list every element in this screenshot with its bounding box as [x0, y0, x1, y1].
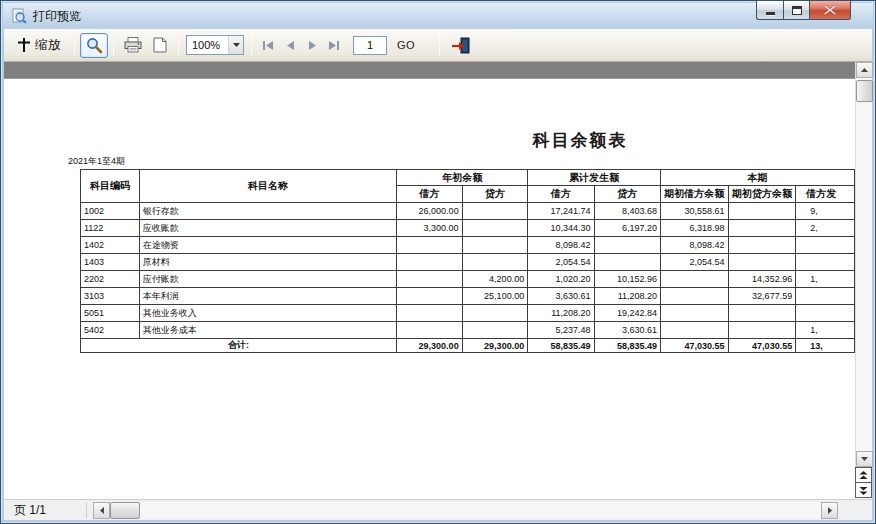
cell-period-debit-partial: 9, — [796, 203, 855, 220]
cell-yearbegin-debit — [397, 305, 463, 322]
horizontal-scroll-thumb[interactable] — [110, 502, 140, 519]
zoom-percent-select[interactable]: 100% — [186, 35, 244, 55]
cell-period-debit-partial: 2, — [796, 220, 855, 237]
cell-cumulative-credit: 10,152.96 — [594, 271, 660, 288]
cell-account-code: 1122 — [81, 220, 140, 237]
table-row: 1122应收账款3,300.0010,344.306,197.206,318.9… — [81, 220, 855, 237]
last-page-button[interactable] — [323, 34, 345, 56]
close-button[interactable] — [810, 1, 851, 20]
toolbar-separator — [251, 34, 252, 56]
total-cell-yearbegin-debit: 29,300.00 — [397, 339, 463, 353]
page-icon — [153, 37, 167, 53]
table-total-row: 合计:29,300.0029,300.0058,835.4958,835.494… — [81, 339, 855, 353]
cell-opening-debit: 30,558.61 — [661, 203, 729, 220]
maximize-button[interactable] — [783, 1, 810, 20]
toolbar-separator — [439, 34, 440, 56]
page-setup-button[interactable] — [147, 33, 173, 58]
toolbar: 缩放 100% — [4, 29, 872, 62]
exit-door-icon — [451, 37, 470, 54]
minimize-icon — [766, 12, 775, 15]
total-label: 合计: — [81, 339, 397, 353]
cell-opening-credit — [728, 254, 796, 271]
cell-opening-debit — [661, 271, 729, 288]
zoom-mode-button[interactable]: 缩放 — [10, 33, 69, 58]
magnifier-icon — [86, 37, 103, 54]
scroll-right-button[interactable] — [821, 502, 838, 519]
cell-opening-debit: 8,098.42 — [661, 237, 729, 254]
header-opening-debit-balance: 期初借方余额 — [661, 186, 729, 203]
first-page-icon — [262, 41, 274, 50]
previous-page-icon — [286, 41, 295, 50]
first-page-button[interactable] — [257, 34, 279, 56]
cell-opening-debit: 2,054.54 — [661, 254, 729, 271]
arrow-left-icon — [100, 507, 104, 514]
total-cell-cumulative-credit: 58,835.49 — [594, 339, 660, 353]
scroll-left-button[interactable] — [93, 502, 110, 519]
cell-account-code: 3103 — [81, 288, 140, 305]
cell-yearbegin-debit — [397, 254, 463, 271]
vertical-scroll-thumb[interactable] — [856, 80, 873, 102]
arrow-up-icon — [861, 68, 868, 72]
previous-page-jump-button[interactable] — [855, 467, 872, 483]
zoom-button-label: 缩放 — [35, 36, 61, 54]
cell-account-name: 应收账款 — [139, 220, 396, 237]
previous-page-button[interactable] — [279, 34, 301, 56]
cell-period-debit-partial — [796, 305, 855, 322]
cell-yearbegin-credit: 4,200.00 — [462, 271, 528, 288]
last-page-icon — [328, 41, 340, 50]
next-page-button[interactable] — [301, 34, 323, 56]
cell-account-code: 5051 — [81, 305, 140, 322]
next-page-jump-button[interactable] — [855, 482, 872, 498]
cell-cumulative-credit: 19,242.84 — [594, 305, 660, 322]
print-button[interactable] — [119, 33, 147, 58]
cell-yearbegin-debit — [397, 237, 463, 254]
cell-yearbegin-credit — [462, 237, 528, 254]
window-controls — [756, 1, 851, 20]
scroll-up-button[interactable] — [856, 62, 873, 78]
total-cell-cumulative-debit: 58,835.49 — [528, 339, 594, 353]
cell-cumulative-credit — [594, 254, 660, 271]
statusbar: 页 1/1 — [4, 499, 872, 520]
exit-button[interactable] — [445, 33, 475, 58]
preview-margin-band — [4, 62, 855, 79]
report-period: 2021年1至4期 — [68, 155, 125, 168]
table-row: 1402在途物资8,098.428,098.42 — [81, 237, 855, 254]
cell-opening-debit — [661, 322, 729, 339]
maximize-icon — [792, 6, 802, 15]
header-current-period-group: 本期 — [661, 170, 855, 186]
print-preview-window: 打印预览 缩放 — [0, 0, 876, 524]
arrow-down-icon — [861, 457, 868, 461]
cell-yearbegin-debit — [397, 322, 463, 339]
cell-cumulative-debit: 5,237.48 — [528, 322, 594, 339]
minimize-button[interactable] — [756, 1, 783, 20]
cell-cumulative-credit: 3,630.61 — [594, 322, 660, 339]
toolbar-separator — [178, 34, 179, 56]
cell-cumulative-debit: 2,054.54 — [528, 254, 594, 271]
cell-account-name: 原材料 — [139, 254, 396, 271]
cell-opening-credit — [728, 203, 796, 220]
cell-opening-credit — [728, 220, 796, 237]
cell-opening-credit — [728, 237, 796, 254]
scroll-down-button[interactable] — [856, 451, 873, 467]
cell-account-name: 本年利润 — [139, 288, 396, 305]
cell-period-debit-partial: 1, — [796, 271, 855, 288]
cell-yearbegin-credit — [462, 203, 528, 220]
page-number-input[interactable] — [353, 36, 387, 55]
header-opening-credit-balance: 期初贷方余额 — [728, 186, 796, 203]
cell-account-name: 在途物资 — [139, 237, 396, 254]
total-cell-opening-credit: 47,030.55 — [728, 339, 796, 353]
cell-period-debit-partial — [796, 288, 855, 305]
cell-cumulative-debit: 10,344.30 — [528, 220, 594, 237]
cell-account-code: 2202 — [81, 271, 140, 288]
magnifier-button[interactable] — [80, 33, 108, 58]
vertical-scrollbar[interactable] — [855, 62, 872, 467]
cell-account-code: 1002 — [81, 203, 140, 220]
window-title: 打印预览 — [33, 3, 81, 29]
go-button[interactable]: GO — [397, 39, 415, 51]
horizontal-scrollbar[interactable] — [93, 502, 838, 519]
cell-yearbegin-credit — [462, 220, 528, 237]
header-credit: 贷方 — [594, 186, 660, 203]
combo-dropdown-arrow[interactable] — [228, 36, 243, 54]
preview-area: 科目余额表 2021年1至4期 科目编码 科目名称 年初余额 累计发生额 — [4, 62, 872, 499]
next-page-icon — [308, 41, 317, 50]
